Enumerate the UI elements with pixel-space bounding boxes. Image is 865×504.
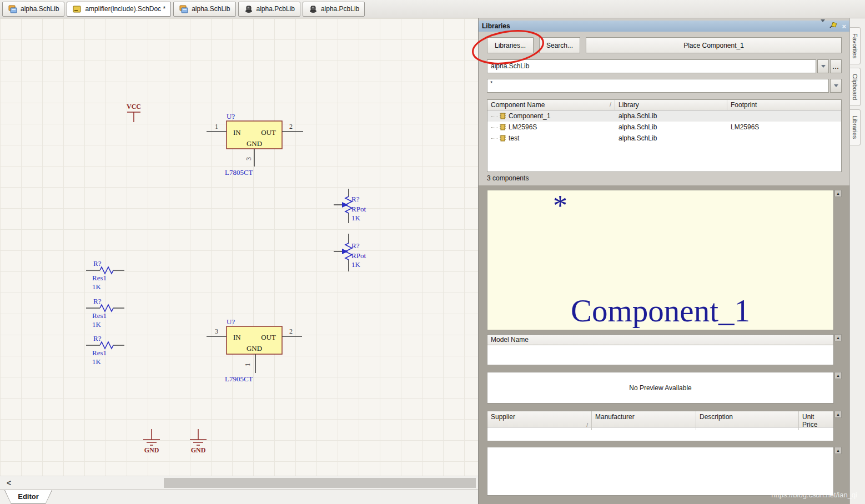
component-name: Component_1 xyxy=(509,112,550,120)
search-button[interactable]: Search... xyxy=(539,37,580,53)
doc-tab-schlib-2[interactable]: alpha.SchLib xyxy=(173,2,235,17)
editor-tab-label[interactable]: Editor xyxy=(5,490,52,503)
pin-number: 2 xyxy=(289,123,293,130)
gnd-symbol-1[interactable]: GND xyxy=(143,429,160,454)
column-manufacturer[interactable]: Manufacturer xyxy=(592,411,696,430)
pin-name-out: OUT xyxy=(261,333,276,341)
filter-combo-value[interactable]: * xyxy=(487,79,829,93)
document-tabbar: alpha.SchLib amplifier(include).SchDoc *… xyxy=(0,0,865,18)
library-combo-value[interactable]: alpha.SchLib xyxy=(487,59,816,73)
part-label: Res1 xyxy=(92,274,107,282)
vcc-symbol[interactable] xyxy=(127,112,140,122)
gnd-symbol-2[interactable]: GND xyxy=(190,429,207,454)
component-row[interactable]: Component_1 alpha.SchLib xyxy=(487,110,841,122)
part-label: Res1 xyxy=(92,349,107,357)
library-combo-dropdown-button[interactable] xyxy=(817,59,829,73)
pin-button[interactable] xyxy=(829,22,837,31)
pin-number: 2 xyxy=(289,327,293,335)
scroll-up-icon[interactable]: ▲ xyxy=(834,411,842,418)
panel-toolbar: Libraries... Search... Place Component_1 xyxy=(487,37,842,53)
component-footprint: LM2596S xyxy=(727,123,841,131)
schlib-icon xyxy=(8,5,17,13)
panel-title: Libraries xyxy=(482,22,816,30)
pin-number: 1 xyxy=(215,123,218,130)
column-footprint[interactable]: Footprint xyxy=(727,100,841,110)
part-label: L7905CT xyxy=(225,375,253,383)
ellipsis-icon: ... xyxy=(832,64,839,69)
doc-tab-pcblib-1[interactable]: alpha.PcbLib xyxy=(238,2,300,17)
pin-name-gnd: GND xyxy=(247,139,262,148)
refdes-label: R? xyxy=(351,241,360,250)
component-icon xyxy=(500,124,506,130)
app-window: alpha.SchLib amplifier(include).SchDoc *… xyxy=(0,0,865,504)
resistor-1[interactable]: R? Res1 1K xyxy=(86,259,124,291)
scrollbar-thumb[interactable] xyxy=(164,478,476,488)
scroll-up-icon[interactable]: ▲ xyxy=(834,447,842,454)
schematic-canvas[interactable]: VCC U? 1 2 3 IN OUT GND L7805CT xyxy=(0,18,479,473)
column-component-name[interactable]: Component Name/ xyxy=(487,100,615,110)
schematic-editor[interactable]: VCC U? 1 2 3 IN OUT GND L7805CT xyxy=(0,18,479,504)
tree-line xyxy=(491,138,497,139)
model-name-header[interactable]: Model Name xyxy=(487,334,834,345)
panel-menu-button[interactable] xyxy=(821,22,825,30)
scroll-left-icon[interactable]: < xyxy=(3,477,14,488)
side-tab-clipboard[interactable]: Clipboard xyxy=(850,68,861,106)
doc-tab-label: alpha.PcbLib xyxy=(321,5,359,13)
resistor-2[interactable]: R? Res1 1K xyxy=(86,297,124,329)
vcc-label: VCC xyxy=(127,103,141,110)
potentiometer-1[interactable]: R? RPot 1K xyxy=(334,189,366,223)
symbol-preview[interactable]: * Component_1 xyxy=(487,190,834,330)
scroll-up-icon[interactable]: ▲ xyxy=(834,372,842,379)
doc-tab-schdoc[interactable]: amplifier(include).SchDoc * xyxy=(67,2,171,17)
regulator-l7805ct[interactable]: U? 1 2 3 IN OUT GND L7805CT xyxy=(207,112,303,177)
value-label: 1K xyxy=(351,260,361,269)
column-library[interactable]: Library xyxy=(615,100,727,110)
doc-tab-pcblib-2[interactable]: alpha.PcbLib xyxy=(303,2,365,17)
part-label: Res1 xyxy=(92,311,107,320)
component-icon xyxy=(500,135,506,142)
component-library: alpha.SchLib xyxy=(615,123,727,131)
component-list-header: Component Name/ Library Footprint xyxy=(487,100,841,110)
watermark: https://blog.csdn.net/ian_qi xyxy=(771,491,857,499)
panel-close-button[interactable]: × xyxy=(842,22,846,31)
part-label: L7805CT xyxy=(225,168,253,177)
side-tab-favorites[interactable]: Favorites xyxy=(850,27,861,64)
component-row[interactable]: test alpha.SchLib xyxy=(487,133,841,144)
place-component-button[interactable]: Place Component_1 xyxy=(586,37,842,53)
panel-titlebar: Libraries × xyxy=(479,21,849,32)
supplier-table-header: Supplier/ Manufacturer Description Unit … xyxy=(487,411,834,427)
documents-list[interactable] xyxy=(487,447,834,496)
model-list[interactable] xyxy=(487,345,834,365)
column-unit-price[interactable]: Unit Price xyxy=(799,411,833,430)
sort-indicator-icon: / xyxy=(610,101,611,109)
editor-tab-row: Editor xyxy=(0,490,478,504)
pcblib-icon xyxy=(244,5,253,13)
component-list: Component Name/ Library Footprint Compon… xyxy=(487,99,842,172)
refdes-label: R? xyxy=(93,297,102,305)
side-tab-libraries[interactable]: Libraries xyxy=(850,109,861,145)
gnd-label: GND xyxy=(191,446,206,454)
filter-dropdown-button[interactable] xyxy=(830,79,842,93)
column-description[interactable]: Description xyxy=(696,411,799,430)
editor-tab[interactable]: Editor xyxy=(4,490,52,504)
refdes-label: R? xyxy=(351,195,360,203)
libraries-button[interactable]: Libraries... xyxy=(487,37,534,53)
pin-icon xyxy=(829,22,837,29)
doc-tab-label: amplifier(include).SchDoc * xyxy=(85,5,165,13)
component-row[interactable]: LM2596S alpha.SchLib LM2596S xyxy=(487,122,841,133)
component-name: test xyxy=(509,134,519,142)
pin-name-in: IN xyxy=(233,333,241,341)
column-supplier[interactable]: Supplier/ xyxy=(487,411,592,430)
library-more-button[interactable]: ... xyxy=(830,59,842,73)
scroll-up-icon[interactable]: ▲ xyxy=(834,190,842,197)
resistor-3[interactable]: R? Res1 1K xyxy=(86,334,124,366)
tree-line xyxy=(491,116,497,117)
refdes-label: U? xyxy=(227,317,235,326)
regulator-l7905ct[interactable]: U? 3 2 1 IN OUT GND L7905CT xyxy=(207,317,302,383)
scroll-up-icon[interactable]: ▲ xyxy=(834,334,842,341)
value-label: 1K xyxy=(92,283,102,291)
refdes-label: R? xyxy=(93,259,102,268)
horizontal-scrollbar[interactable]: < xyxy=(0,476,478,490)
doc-tab-schlib-1[interactable]: alpha.SchLib xyxy=(2,2,64,17)
potentiometer-2[interactable]: R? RPot 1K xyxy=(334,234,366,271)
